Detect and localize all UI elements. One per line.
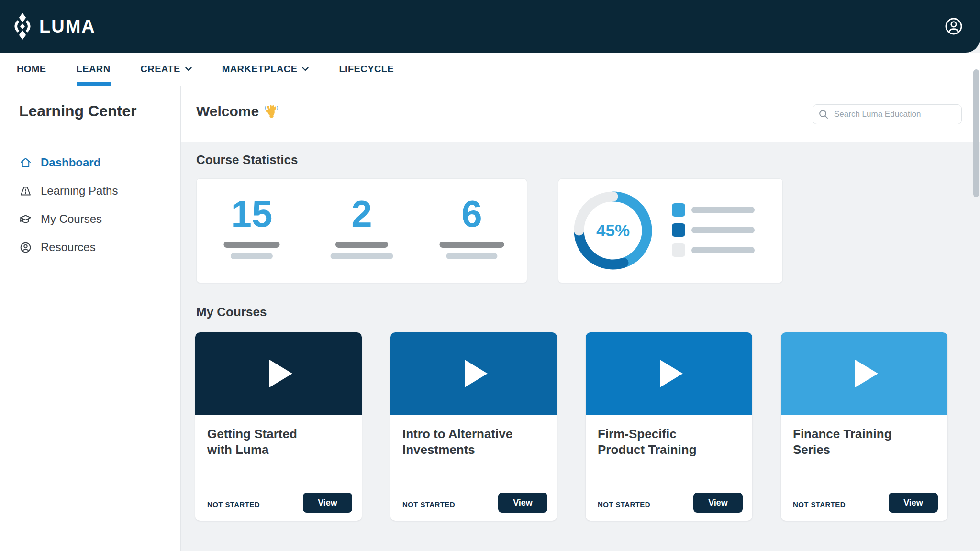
course-thumbnail[interactable]	[586, 332, 752, 415]
course-statistics-card: 15 2 6	[196, 178, 527, 283]
legend-row	[672, 203, 755, 217]
course-card: Intro to AlternativeInvestments NOT STAR…	[390, 332, 557, 521]
play-icon	[855, 360, 878, 387]
welcome-text: Welcome	[196, 103, 259, 120]
legend-swatch	[672, 243, 685, 257]
user-avatar-icon[interactable]	[945, 17, 963, 35]
tab-create[interactable]: CREATE	[141, 53, 192, 86]
course-title: Finance TrainingSeries	[793, 426, 892, 458]
learning-center-page: LUMA HOME LEARN CREATE MARKETPLACE LIFEC…	[0, 0, 980, 551]
tab-lifecycle[interactable]: LIFECYCLE	[339, 53, 394, 86]
status-badge: NOT STARTED	[598, 500, 650, 508]
donut-center-label: 45%	[573, 190, 653, 271]
play-icon	[465, 360, 488, 387]
legend-skeleton-bar	[691, 247, 755, 253]
sidebar-title: Learning Center	[19, 102, 136, 120]
course-card: Firm-SpecificProduct Training NOT STARTE…	[586, 332, 752, 521]
course-thumbnail[interactable]	[195, 332, 362, 415]
tab-label: MARKETPLACE	[222, 64, 298, 75]
brand-name: LUMA	[39, 17, 96, 35]
sidebar-item-label: My Courses	[41, 212, 102, 226]
search-input[interactable]	[833, 109, 956, 120]
person-circle-icon	[19, 241, 32, 254]
course-title: Getting Startedwith Luma	[207, 426, 297, 458]
search-icon	[819, 110, 828, 119]
stat-value: 2	[307, 195, 417, 232]
skeleton-bar-light	[446, 253, 498, 259]
scrollbar-thumb[interactable]	[973, 69, 979, 197]
stat-column: 6	[417, 179, 527, 283]
legend-skeleton-bar	[691, 227, 755, 233]
section-title-course-statistics: Course Statistics	[196, 153, 298, 167]
course-title: Firm-SpecificProduct Training	[598, 426, 697, 458]
stat-value: 6	[417, 195, 527, 232]
welcome-band: Welcome	[181, 86, 980, 142]
road-icon	[19, 185, 32, 198]
status-badge: NOT STARTED	[402, 500, 455, 508]
stat-column: 15	[197, 179, 307, 283]
page-title: Welcome	[196, 103, 279, 120]
stat-value: 15	[197, 195, 307, 232]
completion-legend	[672, 203, 755, 264]
legend-skeleton-bar	[691, 207, 755, 213]
skeleton-bar-light	[231, 253, 273, 259]
legend-swatch	[672, 203, 685, 217]
waving-hand-emoji	[264, 104, 279, 119]
tab-label: HOME	[17, 64, 46, 75]
luma-logo-icon	[12, 12, 33, 40]
completion-card: 45%	[558, 178, 783, 283]
status-badge: NOT STARTED	[793, 500, 846, 508]
legend-swatch	[672, 223, 685, 237]
chevron-down-icon	[185, 67, 192, 71]
tab-learn[interactable]: LEARN	[77, 53, 111, 86]
view-button[interactable]: View	[303, 493, 352, 513]
legend-row	[672, 243, 755, 257]
sidebar-item-label: Dashboard	[41, 156, 100, 169]
sidebar-item-dashboard[interactable]: Dashboard	[0, 152, 180, 173]
view-button[interactable]: View	[693, 493, 743, 513]
completion-donut-wrap: 45%	[573, 190, 653, 271]
skeleton-bar-dark	[335, 242, 388, 248]
course-card: Finance TrainingSeries NOT STARTED View	[781, 332, 947, 521]
primary-nav: HOME LEARN CREATE MARKETPLACE LIFECYCLE	[0, 53, 980, 86]
skeleton-bar-light	[331, 253, 393, 259]
search-box	[813, 104, 962, 124]
legend-row	[672, 223, 755, 237]
sidebar-menu: Dashboard Learning Paths My Courses	[0, 152, 180, 265]
brand[interactable]: LUMA	[12, 12, 96, 40]
home-icon	[19, 156, 32, 169]
section-title-my-courses: My Courses	[196, 305, 267, 320]
sidebar-item-my-courses[interactable]: My Courses	[0, 209, 180, 230]
tab-home[interactable]: HOME	[17, 53, 46, 86]
skeleton-bar-dark	[440, 242, 504, 248]
stat-column: 2	[307, 179, 417, 283]
status-badge: NOT STARTED	[207, 500, 260, 508]
view-button[interactable]: View	[498, 493, 547, 513]
top-navbar: LUMA	[0, 0, 980, 53]
sidebar-item-resources[interactable]: Resources	[0, 237, 180, 258]
course-thumbnail[interactable]	[390, 332, 557, 415]
course-card: Getting Startedwith Luma NOT STARTED Vie…	[195, 332, 362, 521]
play-icon	[660, 360, 683, 387]
sidebar-item-label: Learning Paths	[41, 184, 118, 198]
view-button[interactable]: View	[889, 493, 938, 513]
graduation-cap-icon	[19, 213, 32, 226]
sidebar: Learning Center Dashboard Learning Paths	[0, 86, 181, 551]
skeleton-bar-dark	[224, 242, 280, 248]
course-thumbnail[interactable]	[781, 332, 947, 415]
course-title: Intro to AlternativeInvestments	[402, 426, 512, 458]
play-icon	[269, 360, 292, 387]
tab-label: LEARN	[77, 64, 111, 75]
sidebar-item-learning-paths[interactable]: Learning Paths	[0, 180, 180, 201]
chevron-down-icon	[302, 67, 309, 71]
tab-marketplace[interactable]: MARKETPLACE	[222, 53, 309, 86]
tab-label: LIFECYCLE	[339, 64, 394, 75]
sidebar-item-label: Resources	[41, 241, 96, 254]
main-content: Course Statistics 15 2 6 45%	[181, 142, 980, 551]
tab-label: CREATE	[141, 64, 180, 75]
